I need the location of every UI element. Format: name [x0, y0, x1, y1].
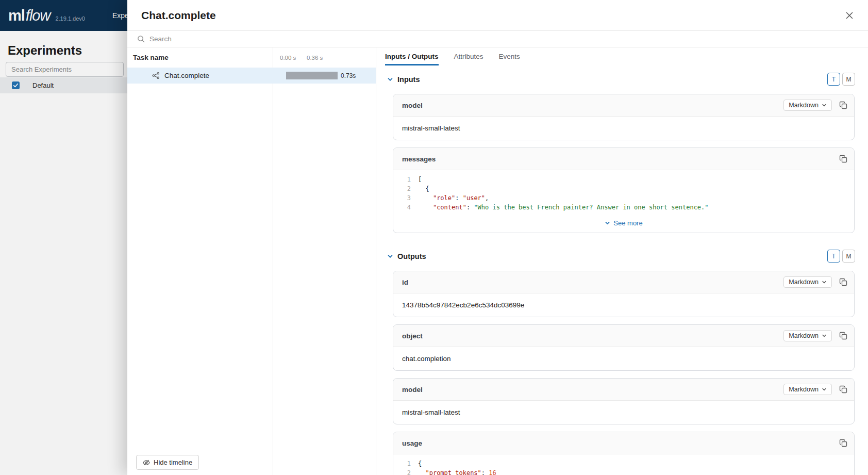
- copy-icon: [839, 101, 847, 109]
- field-title: id: [402, 279, 408, 286]
- hide-timeline-button[interactable]: Hide timeline: [136, 455, 199, 470]
- field-title: model: [402, 386, 423, 394]
- span-detail-panel: Inputs / Outputs Attributes Events Input…: [376, 47, 868, 475]
- eye-off-icon: [143, 459, 150, 466]
- see-more-label: See more: [613, 219, 642, 227]
- render-mode-value: Markdown: [789, 102, 819, 109]
- inputs-section-title: Inputs: [397, 75, 420, 84]
- experiments-search-input[interactable]: [6, 62, 124, 77]
- render-mode-select[interactable]: Markdown: [783, 384, 832, 395]
- experiment-list-row[interactable]: Default: [0, 77, 127, 93]
- messages-code-block: 1[2 {3 "role": "user",4 "content": "Who …: [393, 170, 854, 215]
- copy-button[interactable]: [839, 439, 847, 447]
- checkbox-checked-icon[interactable]: [12, 81, 20, 89]
- copy-button[interactable]: [839, 101, 847, 109]
- tree-header: Task name 0.00 s 0.36 s: [127, 47, 376, 68]
- detail-content: Inputs T M model Markdown: [376, 65, 868, 475]
- card-header: object Markdown: [393, 325, 854, 347]
- copy-icon: [839, 278, 847, 286]
- copy-button[interactable]: [839, 155, 847, 163]
- trace-search-bar: [127, 31, 868, 47]
- tab-events[interactable]: Events: [499, 47, 520, 65]
- page-title: Experiments: [8, 43, 82, 58]
- span-row-chat-complete[interactable]: Chat.complete 0.73s: [127, 68, 376, 84]
- task-name-column-header: Task name: [133, 54, 169, 61]
- drawer-header: Chat.complete: [127, 0, 868, 31]
- detail-tabs: Inputs / Outputs Attributes Events: [376, 47, 868, 65]
- render-mode-value: Markdown: [789, 332, 819, 339]
- outputs-view-toggle-group: T M: [827, 250, 855, 263]
- field-card-output-id: id Markdown 14378b54c97842ecb2e6c534dc03…: [393, 271, 855, 317]
- search-icon: [137, 35, 145, 43]
- drawer-body: Task name 0.00 s 0.36 s Chat.complete 0.…: [127, 47, 868, 475]
- span-type-icon: [152, 72, 160, 79]
- field-card-input-model: model Markdown mistral-small-latest: [393, 94, 855, 140]
- trace-search-input[interactable]: [149, 35, 858, 43]
- card-header: messages: [393, 148, 854, 170]
- field-value: chat.completion: [393, 347, 854, 370]
- field-value: 14378b54c97842ecb2e6c534dc03699e: [393, 293, 854, 317]
- render-mode-select[interactable]: Markdown: [783, 330, 832, 341]
- duration-bar[interactable]: [286, 72, 338, 79]
- logo-flow: flow: [26, 8, 51, 23]
- hide-timeline-label: Hide timeline: [154, 458, 192, 466]
- card-header: model Markdown: [393, 94, 854, 117]
- chevron-down-icon: [822, 333, 827, 338]
- span-tree-panel: Task name 0.00 s 0.36 s Chat.complete 0.…: [127, 47, 376, 475]
- field-value: mistral-small-latest: [393, 401, 854, 424]
- column-divider[interactable]: [273, 47, 273, 475]
- field-card-output-usage: usage 1{2 "prompt_tokens": 16: [393, 432, 855, 475]
- inputs-view-toggle-group: T M: [827, 73, 855, 86]
- duration-label: 0.73s: [341, 72, 356, 79]
- span-name-label: Chat.complete: [164, 72, 209, 79]
- render-mode-value: Markdown: [789, 279, 819, 286]
- outputs-section-header: Outputs T M: [387, 250, 855, 263]
- copy-icon: [839, 439, 847, 447]
- inputs-section-header: Inputs T M: [387, 73, 855, 86]
- version-label: 2.19.1.dev0: [55, 15, 85, 22]
- copy-button[interactable]: [839, 278, 847, 286]
- field-value: mistral-small-latest: [393, 117, 854, 140]
- trace-detail-drawer: Chat.complete Task name 0.00 s 0.36 s Ch…: [127, 0, 868, 475]
- copy-icon: [839, 385, 847, 394]
- field-card-output-model: model Markdown mistral-small-latest: [393, 378, 855, 424]
- copy-button[interactable]: [839, 385, 847, 394]
- experiment-name-label: Default: [32, 81, 54, 89]
- chevron-down-icon: [822, 387, 827, 392]
- chevron-down-icon[interactable]: [387, 76, 393, 83]
- drawer-title: Chat.complete: [141, 9, 216, 22]
- copy-icon: [839, 332, 847, 340]
- chevron-down-icon: [822, 280, 827, 285]
- close-icon: [846, 12, 853, 19]
- card-header: model Markdown: [393, 379, 854, 401]
- markdown-view-toggle[interactable]: M: [842, 250, 855, 263]
- close-button[interactable]: [842, 8, 857, 23]
- field-title: model: [402, 102, 423, 109]
- usage-code-block: 1{2 "prompt_tokens": 16: [393, 454, 854, 475]
- render-mode-value: Markdown: [789, 386, 819, 393]
- field-title: object: [402, 332, 423, 340]
- chevron-down-icon[interactable]: [387, 253, 393, 259]
- tab-inputs-outputs[interactable]: Inputs / Outputs: [385, 47, 439, 65]
- chevron-down-icon: [822, 103, 827, 108]
- field-title: messages: [402, 155, 436, 163]
- text-view-toggle[interactable]: T: [827, 73, 840, 86]
- copy-button[interactable]: [839, 332, 847, 340]
- field-title: usage: [402, 439, 422, 447]
- render-mode-select[interactable]: Markdown: [783, 100, 832, 111]
- markdown-view-toggle[interactable]: M: [842, 73, 855, 86]
- field-card-input-messages: messages 1[2 {3 "role": "user",4 "conten…: [393, 148, 855, 233]
- outputs-section-title: Outputs: [397, 252, 426, 260]
- text-view-toggle[interactable]: T: [827, 250, 840, 263]
- time-tick-1: 0.36 s: [307, 55, 323, 61]
- copy-icon: [839, 155, 847, 163]
- logo-ml: ml: [8, 8, 25, 23]
- see-more-button[interactable]: See more: [393, 215, 854, 233]
- card-header: usage: [393, 432, 854, 454]
- mlflow-logo[interactable]: ml flow: [8, 8, 50, 23]
- card-header: id Markdown: [393, 271, 854, 293]
- chevron-down-icon: [605, 220, 610, 226]
- tab-attributes[interactable]: Attributes: [454, 47, 483, 65]
- time-tick-0: 0.00 s: [280, 55, 296, 61]
- render-mode-select[interactable]: Markdown: [783, 276, 832, 288]
